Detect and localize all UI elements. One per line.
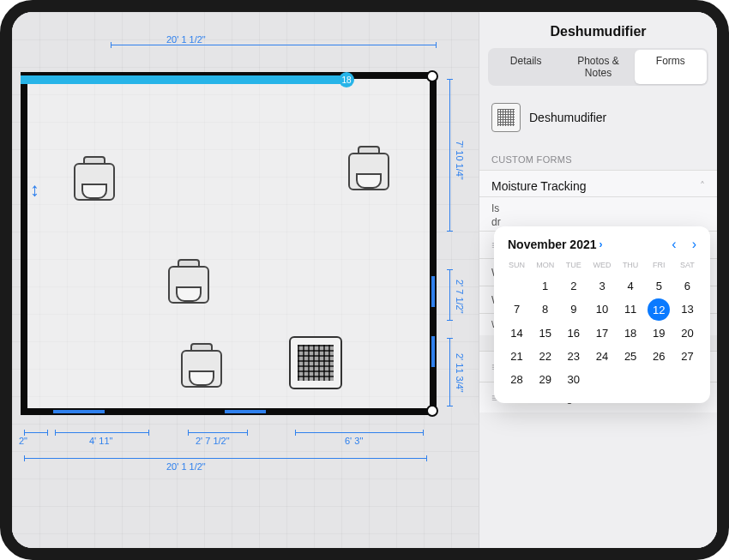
weekday-label: FRI: [645, 257, 673, 274]
calendar-day-1[interactable]: 1: [531, 274, 559, 298]
calendar-day-11[interactable]: 11: [617, 298, 645, 322]
weekday-label: SUN: [503, 257, 531, 274]
app-screen: 20' 1 1/2" 18 ↔: [12, 12, 717, 548]
form-question-row[interactable]: Is dr: [479, 196, 717, 231]
dimension-line-right-upper: [449, 79, 450, 232]
calendar-day-23[interactable]: 23: [559, 345, 587, 368]
calendar-day-12[interactable]: 12: [648, 298, 670, 321]
corner-handle-tr[interactable]: [426, 70, 438, 82]
calendar-day-29[interactable]: 29: [531, 368, 559, 391]
calendar-day-18[interactable]: 18: [617, 322, 645, 345]
calendar-day-20[interactable]: 20: [673, 322, 702, 345]
air-mover-2[interactable]: [345, 146, 393, 194]
calendar-day-5[interactable]: 5: [645, 274, 673, 298]
weekday-label: THU: [617, 257, 645, 274]
weekday-label: SAT: [673, 257, 702, 274]
dimension-line-b1: [24, 432, 48, 433]
calendar-day-10[interactable]: 10: [587, 298, 616, 322]
calendar-day-28[interactable]: 28: [503, 368, 531, 391]
calendar-day-17[interactable]: 17: [587, 322, 616, 345]
dimension-line-b3: [188, 432, 248, 433]
wall-marker-bottom-1[interactable]: [53, 410, 105, 413]
chevron-up-icon: ˄: [700, 180, 705, 192]
floorplan-canvas[interactable]: 20' 1 1/2" 18 ↔: [12, 12, 479, 548]
calendar-day-26[interactable]: 26: [645, 345, 673, 368]
calendar-day-22[interactable]: 22: [531, 345, 559, 368]
calendar-day-27[interactable]: 27: [673, 345, 702, 368]
tab-details[interactable]: Details: [490, 50, 562, 84]
date-picker-popover: November 2021 › ‹ › SUNMONTUEWEDTHUFRISA…: [494, 226, 710, 403]
dehumidifier-icon: [491, 103, 521, 132]
weekday-label: WED: [587, 257, 616, 274]
tab-forms[interactable]: Forms: [635, 50, 707, 84]
calendar-day-8[interactable]: 8: [531, 298, 559, 322]
calendar-day-2[interactable]: 2: [559, 274, 587, 298]
dimension-label-right-upper: 7' 10 1/4": [455, 141, 465, 180]
calendar-blank: .: [503, 274, 531, 298]
section-custom-forms: CUSTOM FORMS: [479, 144, 717, 170]
calendar-day-30[interactable]: 30: [559, 368, 587, 391]
calendar-day-24[interactable]: 24: [587, 345, 616, 368]
calendar-month-button[interactable]: November 2021 ›: [508, 238, 603, 251]
chevron-right-icon: ›: [599, 238, 603, 250]
calendar-day-6[interactable]: 6: [673, 274, 702, 298]
dimension-line-b2: [55, 432, 149, 433]
question-text-line2: dr: [491, 216, 501, 228]
dimension-line-b4: [295, 432, 424, 433]
dehumidifier-unit[interactable]: [289, 336, 342, 389]
corner-handle-br[interactable]: [426, 405, 438, 417]
question-text-line1: Is: [491, 202, 499, 214]
dimension-label-right-lower: 2' 11 3/4": [455, 353, 465, 393]
calendar-day-13[interactable]: 13: [673, 298, 702, 322]
calendar-day-25[interactable]: 25: [617, 345, 645, 368]
segmented-control: Details Photos & Notes Forms: [488, 48, 708, 86]
calendar-day-21[interactable]: 21: [503, 345, 531, 368]
wall-marker-right-1[interactable]: [431, 276, 435, 307]
calendar-day-19[interactable]: 19: [645, 322, 673, 345]
dimension-label-bottom-total: 20' 1 1/2": [166, 461, 206, 472]
calendar-next-button[interactable]: ›: [692, 237, 696, 252]
panel-title: Deshumudifier: [479, 12, 717, 48]
air-mover-3[interactable]: [165, 259, 213, 307]
calendar-month-label: November 2021: [508, 238, 597, 251]
sensor-badge[interactable]: 18: [339, 72, 354, 87]
dimension-label-b1: 2": [19, 436, 27, 446]
ipad-frame: 20' 1 1/2" 18 ↔: [0, 0, 729, 560]
form-moisture-tracking[interactable]: Moisture Tracking ˄: [479, 170, 717, 196]
calendar-day-4[interactable]: 4: [617, 274, 645, 298]
air-mover-1[interactable]: [70, 156, 118, 204]
calendar-day-3[interactable]: 3: [587, 274, 616, 298]
calendar-day-9[interactable]: 9: [559, 298, 587, 322]
dimension-label-b3: 2' 7 1/2": [196, 436, 230, 446]
dimension-label-b4: 6' 3": [345, 436, 363, 446]
calendar-grid: SUNMONTUEWEDTHUFRISAT.123456789101112131…: [503, 257, 702, 391]
calendar-prev-button[interactable]: ‹: [672, 237, 676, 252]
calendar-day-7[interactable]: 7: [503, 298, 531, 322]
dimension-label-right-mid: 2' 7 1/2": [455, 280, 465, 314]
sensor-beam[interactable]: 18: [21, 75, 346, 84]
dimension-line-top: [111, 45, 437, 45]
room-outline[interactable]: 18 ↔: [21, 72, 437, 415]
equipment-name: Deshumudifier: [529, 111, 606, 124]
door-swing-icon[interactable]: ↔: [24, 182, 46, 201]
calendar-day-14[interactable]: 14: [503, 322, 531, 345]
weekday-label: MON: [531, 257, 559, 274]
dimension-label-top: 20' 1 1/2": [166, 34, 206, 45]
dimension-line-right-lower: [449, 338, 450, 406]
equipment-header: Deshumudifier: [479, 96, 717, 144]
form-title-text: Moisture Tracking: [491, 179, 586, 193]
air-mover-4[interactable]: [178, 343, 226, 391]
calendar-day-15[interactable]: 15: [531, 322, 559, 345]
weekday-label: TUE: [559, 257, 587, 274]
tab-photos-notes[interactable]: Photos & Notes: [562, 50, 634, 84]
dimension-label-b2: 4' 11": [89, 436, 112, 446]
wall-marker-right-2[interactable]: [431, 336, 435, 367]
dimension-line-right-mid: [449, 269, 450, 321]
dimension-line-bottom-total: [24, 458, 427, 459]
wall-marker-bottom-2[interactable]: [225, 410, 266, 413]
calendar-day-16[interactable]: 16: [559, 322, 587, 345]
